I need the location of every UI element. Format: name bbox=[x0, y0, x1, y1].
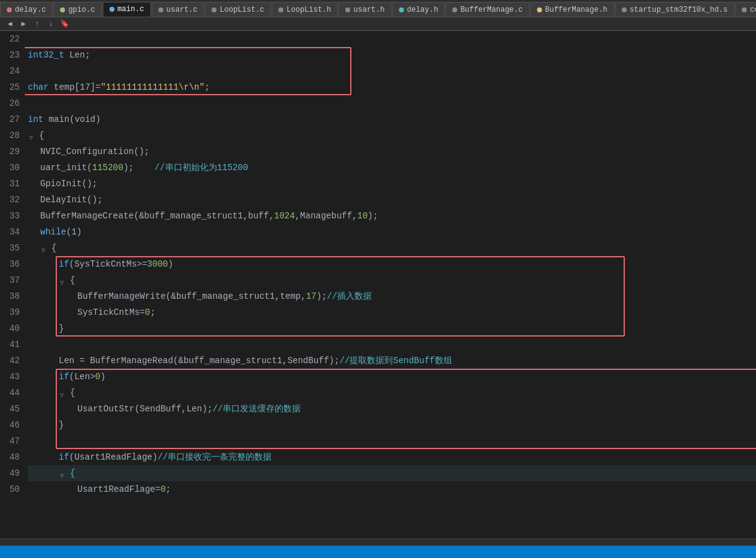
tab-startup[interactable]: startup_stm32f10x_hd.s bbox=[615, 2, 734, 17]
tab-dot-looplist-h bbox=[278, 7, 283, 12]
code-line-50: Usart1ReadFlage=0; bbox=[28, 481, 756, 497]
line-num-49: 49 bbox=[0, 465, 20, 481]
token-int32: int32_t bbox=[28, 47, 64, 63]
token-delayinit: DelayInit(); bbox=[40, 192, 103, 208]
line-num-25: 25 bbox=[0, 79, 20, 95]
tab-label-gpio-c: gpio.c bbox=[68, 6, 95, 14]
fold-icon-35[interactable]: ▽ bbox=[41, 243, 51, 253]
fold-icon-37[interactable]: ▽ bbox=[60, 275, 70, 285]
token-brace-28: { bbox=[39, 127, 44, 144]
token-main: main(void) bbox=[49, 111, 101, 127]
tab-label-usart-h: usart.h bbox=[353, 6, 384, 14]
toolbar-icon-4[interactable]: ↓ bbox=[45, 19, 56, 30]
code-area: 22 23 24 25 26 27 28 29 30 31 32 33 34 3… bbox=[0, 31, 756, 546]
tab-delay-h[interactable]: delay.h bbox=[392, 2, 445, 17]
code-line-49: ▽{ bbox=[28, 465, 756, 481]
tab-label-looplist-h: LoopList.h bbox=[286, 6, 331, 14]
line-num-33: 33 bbox=[0, 208, 20, 224]
token-17: 17 bbox=[306, 288, 317, 304]
line-num-50: 50 bbox=[0, 481, 20, 497]
line-num-46: 46 bbox=[0, 417, 20, 433]
tab-dot-buffermanage-c bbox=[452, 7, 457, 12]
tab-dot-gpio-c bbox=[60, 7, 65, 12]
tab-label-delay-c: delay.c bbox=[15, 6, 46, 14]
token-char: char bbox=[28, 79, 49, 95]
token-115200: 115200 bbox=[92, 160, 123, 176]
token-bufwrite-close: ); bbox=[316, 288, 327, 304]
token-3000: 3000 bbox=[147, 256, 168, 272]
tab-buffermanage-h[interactable]: BufferManage.h bbox=[530, 2, 614, 17]
token-if-48-cond: (Usart1ReadFlage) bbox=[69, 449, 158, 465]
tab-dot-core-cm3 bbox=[742, 7, 747, 12]
line-num-48: 48 bbox=[0, 449, 20, 465]
token-uart-init: uart_init( bbox=[40, 160, 92, 176]
code-line-29: NVIC_Configuration(); bbox=[28, 144, 756, 160]
token-while: while bbox=[40, 224, 66, 240]
line-num-37: 37 bbox=[0, 272, 20, 288]
token-uart-close: ); bbox=[123, 160, 134, 176]
code-lines[interactable]: int32_t Len; char temp[17]="111111111111… bbox=[25, 31, 756, 546]
token-temp: temp[17]= bbox=[54, 79, 101, 95]
token-usart1-zero: Usart1ReadFlage= bbox=[77, 481, 160, 497]
tab-dot-looplist-c bbox=[212, 7, 217, 12]
code-line-43: if(Len>0) bbox=[28, 369, 756, 385]
token-brace-35: { bbox=[51, 240, 56, 256]
token-semi1: ; bbox=[205, 79, 210, 95]
tab-dot-delay-c bbox=[7, 7, 12, 12]
tab-usart-h[interactable]: usart.h bbox=[338, 2, 391, 17]
token-if-36: if bbox=[59, 256, 69, 272]
token-if-43-cond: (Len> bbox=[69, 369, 95, 385]
tab-label-buffermanage-h: BufferManage.h bbox=[545, 6, 608, 14]
line-num-41: 41 bbox=[0, 337, 20, 353]
tab-delay-c[interactable]: delay.c bbox=[0, 2, 53, 17]
fold-icon-28[interactable]: ▽ bbox=[29, 131, 39, 140]
line-num-32: 32 bbox=[0, 192, 20, 208]
token-if-43: if bbox=[59, 369, 69, 385]
token-brace-close-46: } bbox=[59, 417, 64, 433]
tab-label-usart-c: usart.c bbox=[166, 6, 197, 14]
code-line-26 bbox=[28, 95, 756, 111]
tab-label-looplist-c: LoopList.c bbox=[220, 6, 264, 14]
token-systick-semi: ; bbox=[150, 304, 155, 320]
tab-main-c[interactable]: main.c bbox=[103, 2, 151, 17]
token-if-48: if bbox=[59, 449, 69, 465]
token-len-var: Len; bbox=[69, 47, 90, 63]
tab-looplist-h[interactable]: LoopList.h bbox=[272, 2, 338, 17]
code-line-40: } bbox=[28, 320, 756, 337]
tab-dot-usart-h bbox=[345, 7, 350, 12]
line-num-40: 40 bbox=[0, 320, 20, 337]
toolbar-icon-1[interactable]: ◀ bbox=[4, 19, 15, 30]
tab-looplist-c[interactable]: LoopList.c bbox=[205, 2, 271, 17]
token-zero-43: 0 bbox=[95, 369, 100, 385]
line-num-24: 24 bbox=[0, 63, 20, 79]
tab-buffermanage-c[interactable]: BufferManage.c bbox=[445, 2, 530, 17]
token-bufwrite: BufferManageWrite(&buff_manage_struct1,t… bbox=[77, 288, 306, 304]
token-comment-48: //串口接收完一条完整的数据 bbox=[158, 449, 272, 465]
line-num-31: 31 bbox=[0, 176, 20, 192]
token-gpioinit: GpioInit(); bbox=[40, 176, 97, 192]
tab-gpio-c[interactable]: gpio.c bbox=[53, 2, 101, 17]
line-numbers: 22 23 24 25 26 27 28 29 30 31 32 33 34 3… bbox=[0, 31, 25, 546]
token-if-36-cond: (SysTickCntMs>= bbox=[69, 256, 147, 272]
line-num-43: 43 bbox=[0, 369, 20, 385]
token-zero: 0 bbox=[145, 304, 150, 320]
toolbar-icon-5[interactable]: 🔖 bbox=[59, 19, 70, 30]
tab-usart-c[interactable]: usart.c bbox=[152, 2, 204, 17]
token-if-36-close: ) bbox=[168, 256, 173, 272]
code-line-42: Len = BufferManageRead(&buff_manage_stru… bbox=[28, 353, 756, 369]
token-buffercreate: BufferManageCreate(&buff_manage_struct1,… bbox=[40, 208, 274, 224]
horizontal-scrollbar[interactable] bbox=[0, 538, 756, 546]
fold-icon-49[interactable]: ▽ bbox=[60, 468, 70, 478]
code-line-45: UsartOutStr(SendBuff,Len);//串口发送缓存的数据 bbox=[28, 401, 756, 417]
code-line-23: int32_t Len; bbox=[28, 47, 756, 63]
toolbar-icon-2[interactable]: ▶ bbox=[18, 19, 29, 30]
line-num-36: 36 bbox=[0, 256, 20, 272]
code-line-32: DelayInit(); bbox=[28, 192, 756, 208]
tab-core-cm3[interactable]: core_cm3.h bbox=[735, 2, 756, 17]
line-num-23: 23 bbox=[0, 47, 20, 63]
fold-icon-44[interactable]: ▽ bbox=[60, 388, 70, 398]
toolbar-icon-3[interactable]: ↑ bbox=[32, 19, 43, 30]
code-line-47 bbox=[28, 433, 756, 449]
tab-bar: delay.c gpio.c main.c usart.c LoopList.c… bbox=[0, 0, 756, 17]
code-line-35: ▽{ bbox=[28, 240, 756, 256]
